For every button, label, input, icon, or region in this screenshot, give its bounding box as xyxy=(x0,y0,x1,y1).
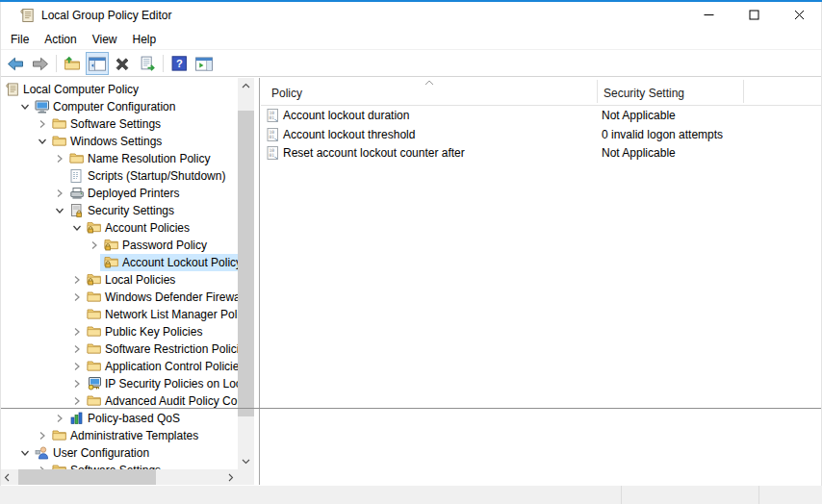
tree-item-account-policies[interactable]: Account Policies xyxy=(0,219,238,237)
folder-icon xyxy=(87,324,102,340)
chevron-right-icon[interactable] xyxy=(72,379,84,391)
tree-item-account-lockout-policy[interactable]: Account Lockout Policy xyxy=(0,254,238,271)
chevron-down-icon[interactable] xyxy=(20,448,32,460)
folder-lock-icon xyxy=(104,238,119,253)
tree-item-scripts-startup-shutdown[interactable]: Scripts (Startup/Shutdown) xyxy=(0,167,238,185)
toolbar-separator xyxy=(163,55,164,72)
tree-item-policy-based-qos[interactable]: Policy-based QoS xyxy=(0,410,238,427)
menu-item-action[interactable]: Action xyxy=(37,30,84,49)
back-arrow-icon xyxy=(7,57,24,71)
help-button[interactable]: ? xyxy=(167,52,191,75)
chevron-right-icon[interactable] xyxy=(72,362,84,373)
gpedit-scroll-icon xyxy=(19,8,35,23)
column-divider[interactable] xyxy=(597,80,598,103)
chevron-right-icon[interactable] xyxy=(72,275,84,287)
scroll-left-icon[interactable] xyxy=(0,469,13,485)
export-list-button[interactable] xyxy=(136,52,159,75)
chevron-right-icon[interactable] xyxy=(55,189,66,200)
chevron-right-icon[interactable] xyxy=(72,396,84,408)
scrollbar-corner xyxy=(238,469,254,485)
tree-item-public-key-policies[interactable]: Public Key Policies xyxy=(0,323,238,340)
tree-item-label: Policy-based QoS xyxy=(88,412,180,426)
column-divider[interactable] xyxy=(743,80,744,103)
show-console-tree-button[interactable] xyxy=(86,52,109,75)
chevron-right-icon[interactable] xyxy=(55,154,66,165)
tree-item-label: Software Settings xyxy=(70,117,161,132)
up-one-level-button[interactable] xyxy=(61,52,84,75)
tree-item-local-computer-policy[interactable]: Local Computer Policy xyxy=(0,81,238,98)
chevron-right-icon[interactable] xyxy=(72,344,84,356)
tree-item-user-configuration[interactable]: User Configuration xyxy=(0,444,238,462)
tree-item-deployed-printers[interactable]: Deployed Printers xyxy=(0,185,238,202)
tree-item-administrative-templates[interactable]: Administrative Templates xyxy=(0,427,238,444)
menu-item-view[interactable]: View xyxy=(85,30,125,49)
forward-button[interactable] xyxy=(29,52,52,75)
tree-item-label: IP Security Policies on Local xyxy=(105,377,238,391)
tree-item-label: Software Restriction Policies xyxy=(105,342,238,357)
close-button[interactable] xyxy=(777,0,822,29)
security-setting-cell: 0 invalid logon attempts xyxy=(602,128,723,141)
folder-icon xyxy=(69,151,85,166)
tree-item-network-list-manager-polici[interactable]: Network List Manager Polici xyxy=(0,306,238,323)
chevron-right-icon[interactable] xyxy=(72,292,84,304)
tree-horizontal-scrollbar[interactable] xyxy=(0,469,238,485)
policy-name-cell: Account lockout threshold xyxy=(283,128,415,141)
local-group-policy-editor-window: Local Group Policy Editor FileActionView… xyxy=(0,0,822,504)
delete-button[interactable] xyxy=(111,52,134,75)
back-button[interactable] xyxy=(4,52,27,75)
chevron-down-icon[interactable] xyxy=(38,137,49,148)
scroll-up-icon[interactable] xyxy=(238,78,254,93)
tree-item-name-resolution-policy[interactable]: Name Resolution Policy xyxy=(0,150,238,167)
tree-item-software-settings[interactable]: Software Settings xyxy=(0,462,238,469)
column-header-security-setting[interactable]: Security Setting xyxy=(604,87,684,100)
chevron-right-icon[interactable] xyxy=(90,240,101,252)
show-action-pane-button[interactable] xyxy=(193,52,216,75)
tree-item-windows-defender-firewall-w[interactable]: Windows Defender Firewall w xyxy=(0,289,238,306)
chevron-right-icon[interactable] xyxy=(38,431,49,442)
folder-icon xyxy=(52,463,67,469)
scroll-down-icon[interactable] xyxy=(238,454,254,469)
menu-item-help[interactable]: Help xyxy=(125,30,165,49)
tree-item-label: Advanced Audit Policy Conf xyxy=(105,394,238,409)
column-header-policy[interactable]: Policy xyxy=(271,87,302,100)
maximize-button[interactable] xyxy=(732,0,777,29)
list-item-reset-account-lockout-counter-after[interactable]: 1001Reset account lockout counter afterN… xyxy=(261,143,821,162)
tree-item-software-restriction-policies[interactable]: Software Restriction Policies xyxy=(0,340,238,358)
list-item-account-lockout-duration[interactable]: 1001Account lockout durationNot Applicab… xyxy=(261,106,821,124)
chevron-right-icon[interactable] xyxy=(38,119,49,131)
folder-icon xyxy=(52,428,67,443)
chevron-right-icon[interactable] xyxy=(55,414,66,425)
chevron-down-icon[interactable] xyxy=(72,223,84,235)
pane-divider[interactable] xyxy=(259,78,260,485)
chevron-right-icon[interactable] xyxy=(72,327,84,339)
toolbar: ? xyxy=(0,51,822,77)
tree-item-ip-security-policies-on-local[interactable]: IP Security Policies on Local xyxy=(0,375,238,392)
tree-vertical-scrollbar[interactable] xyxy=(238,78,254,469)
window-bottom-border xyxy=(0,408,822,409)
tree-item-label: Deployed Printers xyxy=(88,187,179,201)
policy-doc-icon: 1001 xyxy=(266,108,280,123)
scroll-right-icon[interactable] xyxy=(224,469,238,485)
tree-item-software-settings[interactable]: Software Settings xyxy=(0,115,238,133)
minimize-icon xyxy=(704,10,714,20)
vertical-scrollbar-thumb[interactable] xyxy=(238,111,254,416)
tree-item-computer-configuration[interactable]: Computer Configuration xyxy=(0,98,238,115)
tree-item-local-policies[interactable]: Local Policies xyxy=(0,271,238,289)
policy-doc-icon: 1001 xyxy=(266,127,280,142)
chevron-down-icon[interactable] xyxy=(55,206,66,217)
security-setting-cell: Not Applicable xyxy=(602,109,676,122)
chevron-down-icon[interactable] xyxy=(20,102,32,113)
tree-item-application-control-policies[interactable]: Application Control Policies xyxy=(0,358,238,375)
list-item-account-lockout-threshold[interactable]: 1001Account lockout threshold0 invalid l… xyxy=(261,125,821,143)
sort-ascending-icon xyxy=(424,80,434,86)
tree-item-security-settings[interactable]: Security Settings xyxy=(0,202,238,219)
folder-icon xyxy=(87,341,102,357)
help-icon: ? xyxy=(171,56,188,71)
menu-item-file[interactable]: File xyxy=(3,30,37,49)
tree-item-password-policy[interactable]: Password Policy xyxy=(0,237,238,254)
minimize-button[interactable] xyxy=(686,0,732,29)
window-controls xyxy=(686,0,822,29)
tree-item-windows-settings[interactable]: Windows Settings xyxy=(0,133,238,150)
horizontal-scrollbar-thumb[interactable] xyxy=(18,469,156,485)
tree-item-label: Local Computer Policy xyxy=(23,83,139,97)
